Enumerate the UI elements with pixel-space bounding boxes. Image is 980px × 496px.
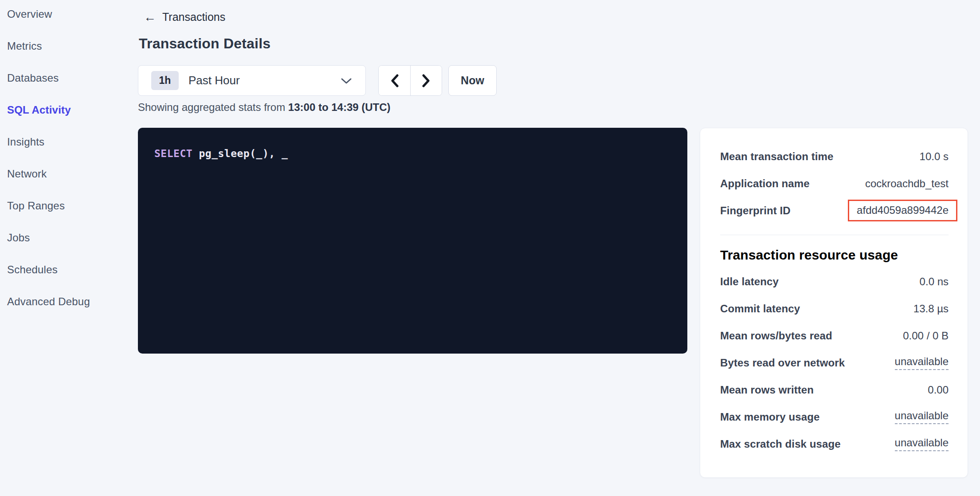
sidebar-item-label: Top Ranges: [7, 200, 65, 212]
mean-rows-bytes-read-row: Mean rows/bytes read 0.00 / 0 B: [720, 322, 949, 349]
row-value: cockroachdb_test: [865, 177, 949, 190]
time-controls: 1h Past Hour Now: [138, 65, 497, 96]
sidebar-item-network[interactable]: Network: [0, 158, 133, 190]
mean-transaction-time-row: Mean transaction time 10.0 s: [720, 143, 949, 170]
breadcrumb-transactions-link[interactable]: ← Transactions: [144, 11, 225, 24]
row-label: Mean transaction time: [720, 150, 834, 163]
row-value: 0.0 ns: [920, 276, 949, 288]
sidebar-item-label: Network: [7, 168, 47, 180]
sidebar-item-databases[interactable]: Databases: [0, 62, 133, 94]
sidebar-item-insights[interactable]: Insights: [0, 126, 133, 158]
row-value: 0.00: [928, 384, 949, 396]
sidebar-item-schedules[interactable]: Schedules: [0, 254, 133, 286]
sidebar-item-label: Overview: [7, 8, 52, 20]
sidebar-item-label: Databases: [7, 72, 59, 84]
sidebar-item-top-ranges[interactable]: Top Ranges: [0, 190, 133, 222]
max-scratch-disk-usage-row: Max scratch disk usage unavailable: [720, 430, 949, 457]
row-label: Application name: [720, 177, 810, 190]
chevron-left-icon: [390, 74, 399, 87]
sql-statement-box: SELECT pg_sleep(_), _: [138, 128, 687, 354]
sidebar-item-jobs[interactable]: Jobs: [0, 222, 133, 254]
stats-prefix: Showing aggregated stats from: [138, 101, 288, 113]
prev-time-button[interactable]: [379, 66, 410, 95]
row-value: 0.00 / 0 B: [903, 330, 949, 342]
commit-latency-row: Commit latency 13.8 µs: [720, 295, 949, 322]
bytes-read-over-network-row: Bytes read over network unavailable: [720, 349, 949, 376]
row-label: Max scratch disk usage: [720, 438, 841, 450]
sidebar-item-label: Insights: [7, 136, 44, 148]
sidebar-item-overview[interactable]: Overview: [0, 0, 133, 30]
row-label: Mean rows written: [720, 384, 814, 396]
row-label: Bytes read over network: [720, 357, 845, 369]
row-value: 10.0 s: [920, 150, 949, 163]
application-name-row: Application name cockroachdb_test: [720, 170, 949, 197]
sql-keyword: SELECT: [154, 148, 192, 159]
next-time-button[interactable]: [410, 66, 442, 95]
transaction-details-card: Mean transaction time 10.0 s Application…: [700, 128, 968, 478]
fingerprint-id-row: Fingerprint ID afdd4059a899442e: [720, 197, 949, 224]
max-memory-usage-row: Max memory usage unavailable: [720, 403, 949, 430]
aggregated-stats-text: Showing aggregated stats from 13:00 to 1…: [138, 101, 391, 114]
sql-statement-text: pg_sleep(_), _: [192, 148, 288, 159]
unavailable-tooltip-value[interactable]: unavailable: [895, 409, 949, 424]
sidebar-item-advanced-debug[interactable]: Advanced Debug: [0, 286, 133, 318]
page-title: Transaction Details: [139, 35, 270, 52]
chevron-down-icon: [341, 77, 352, 84]
idle-latency-row: Idle latency 0.0 ns: [720, 268, 949, 295]
sidebar-item-label: SQL Activity: [7, 104, 71, 116]
time-range-badge: 1h: [151, 71, 179, 90]
unavailable-tooltip-value[interactable]: unavailable: [895, 355, 949, 370]
sidebar-nav: Overview Metrics Databases SQL Activity …: [0, 0, 133, 318]
row-label: Fingerprint ID: [720, 205, 791, 217]
row-value: 13.8 µs: [913, 303, 949, 315]
sidebar-item-label: Metrics: [7, 40, 42, 52]
sidebar-item-label: Schedules: [7, 264, 58, 276]
time-range-label: Past Hour: [188, 74, 341, 87]
now-button[interactable]: Now: [448, 65, 497, 96]
time-range-select[interactable]: 1h Past Hour: [138, 65, 366, 96]
sidebar-item-sql-activity[interactable]: SQL Activity: [0, 94, 133, 126]
mean-rows-written-row: Mean rows written 0.00: [720, 376, 949, 403]
resource-usage-section-title: Transaction resource usage: [720, 248, 949, 263]
sidebar-item-metrics[interactable]: Metrics: [0, 30, 133, 62]
sidebar-item-label: Advanced Debug: [7, 295, 90, 308]
card-divider: [720, 235, 949, 235]
row-label: Max memory usage: [720, 411, 819, 423]
row-label: Idle latency: [720, 276, 779, 288]
row-label: Mean rows/bytes read: [720, 330, 832, 342]
chevron-right-icon: [422, 74, 431, 87]
time-pager: [378, 65, 442, 96]
fingerprint-id-value-highlighted: afdd4059a899442e: [848, 200, 957, 221]
arrow-left-icon: ←: [144, 11, 156, 24]
breadcrumb-label: Transactions: [162, 11, 225, 24]
sidebar-item-label: Jobs: [7, 232, 30, 244]
row-label: Commit latency: [720, 303, 800, 315]
unavailable-tooltip-value[interactable]: unavailable: [895, 437, 949, 451]
stats-range: 13:00 to 14:39 (UTC): [288, 101, 391, 113]
